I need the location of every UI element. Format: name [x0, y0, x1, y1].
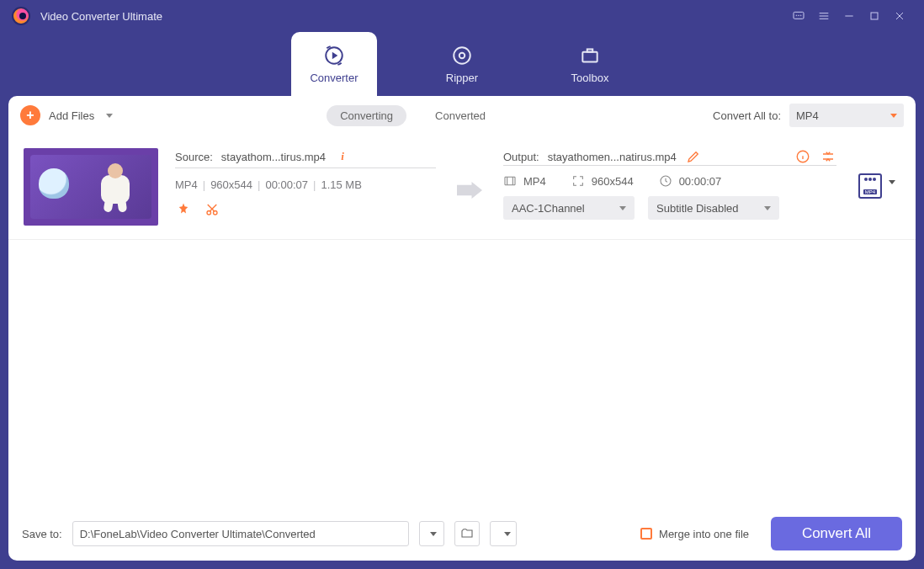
video-icon	[503, 174, 517, 188]
resolution-icon	[571, 174, 585, 188]
plus-icon: +	[20, 105, 40, 125]
video-thumbnail[interactable]	[24, 148, 158, 226]
maximize-button[interactable]	[862, 3, 887, 29]
svg-point-13	[454, 47, 470, 64]
main-tabs: Converter Ripper Toolbox	[0, 32, 924, 96]
source-label: Source:	[175, 151, 213, 163]
save-to-label: Save to:	[22, 528, 62, 540]
folder-icon	[460, 527, 474, 540]
chevron-down-icon	[619, 206, 626, 210]
source-size: 1.15 MB	[321, 178, 361, 191]
save-path-field[interactable]: D:\FoneLab\Video Converter Ultimate\Conv…	[72, 521, 409, 546]
audio-select[interactable]: AAC-1Channel	[503, 196, 635, 220]
save-path-dropdown[interactable]	[419, 521, 444, 546]
svg-point-14	[459, 52, 465, 58]
rename-icon[interactable]	[685, 148, 702, 165]
source-column: Source: stayathom...tirus.mp4 i MP4| 960…	[175, 148, 436, 218]
chevron-down-icon	[890, 114, 897, 118]
open-folder-button[interactable]	[454, 521, 480, 546]
convert-all-format-select[interactable]: MP4	[789, 104, 904, 127]
subtitle-select[interactable]: Subtitle Disabled	[648, 196, 779, 220]
subtitle-select-value: Subtitle Disabled	[656, 202, 739, 215]
add-files-label: Add Files	[49, 109, 94, 122]
settings-button[interactable]	[490, 521, 517, 546]
convert-all-button[interactable]: Convert All	[771, 517, 902, 550]
output-column: Output: stayathomen...natirus.mp4 MP	[503, 148, 836, 220]
tab-converter[interactable]: Converter	[291, 32, 377, 96]
convert-all-to-label: Convert All to:	[713, 109, 781, 122]
effects-icon[interactable]	[175, 201, 192, 218]
svg-rect-15	[582, 51, 597, 61]
output-label: Output:	[503, 151, 539, 163]
title-bar: Video Converter Ultimate	[0, 0, 924, 32]
bottom-bar: Save to: D:\FoneLab\Video Converter Ulti…	[8, 507, 916, 561]
output-duration-cell: 00:00:07	[659, 174, 722, 188]
output-resolution: 960x544	[592, 175, 634, 188]
clock-icon	[659, 174, 672, 188]
toolbar: + Add Files Converting Converted Convert…	[8, 96, 916, 135]
info-icon[interactable]: i	[334, 148, 351, 165]
chevron-down-icon	[764, 206, 771, 210]
svg-rect-8	[871, 13, 878, 19]
add-files-button[interactable]: + Add Files	[20, 105, 113, 125]
source-resolution: 960x544	[210, 178, 252, 191]
save-path-value: D:\FoneLab\Video Converter Ultimate\Conv…	[80, 528, 316, 540]
trim-icon[interactable]	[204, 201, 220, 218]
merge-label: Merge into one file	[659, 528, 749, 540]
svg-rect-26	[505, 177, 515, 184]
app-logo-icon	[12, 7, 30, 25]
close-button[interactable]	[887, 3, 912, 29]
checkbox-icon	[640, 528, 652, 540]
profile-badge: MP4	[863, 189, 877, 194]
convert-all-format-value: MP4	[796, 109, 819, 122]
status-tabs: Converting Converted	[327, 105, 499, 126]
svg-point-1	[796, 15, 797, 16]
profile-icon: MP4	[858, 173, 882, 199]
file-list: Source: stayathom...tirus.mp4 i MP4| 960…	[8, 135, 916, 507]
output-duration: 00:00:07	[679, 175, 722, 188]
output-filename: stayathomen...natirus.mp4	[548, 151, 677, 163]
chevron-down-icon	[889, 180, 895, 184]
tab-converted[interactable]: Converted	[422, 105, 499, 126]
feedback-icon[interactable]	[786, 3, 811, 29]
svg-point-2	[799, 15, 799, 16]
merge-checkbox[interactable]: Merge into one file	[640, 528, 749, 540]
menu-icon[interactable]	[811, 3, 836, 29]
svg-rect-16	[587, 49, 593, 51]
minimize-button[interactable]	[836, 3, 862, 29]
audio-select-value: AAC-1Channel	[512, 202, 585, 215]
tab-converter-label: Converter	[310, 72, 358, 84]
output-format-cell: MP4	[503, 174, 546, 188]
chevron-down-icon	[430, 532, 437, 536]
source-format: MP4	[175, 178, 198, 191]
compress-icon[interactable]	[820, 148, 836, 165]
tab-ripper[interactable]: Ripper	[419, 32, 505, 96]
tab-toolbox-label: Toolbox	[571, 72, 609, 84]
output-format: MP4	[523, 175, 546, 188]
source-duration: 00:00:07	[265, 178, 308, 191]
info-circle-icon[interactable]	[794, 148, 811, 165]
output-resolution-cell: 960x544	[571, 174, 634, 188]
svg-point-3	[800, 15, 801, 16]
app-window: Video Converter Ultimate Converter Rippe…	[0, 0, 924, 569]
svg-marker-12	[332, 51, 338, 59]
output-profile[interactable]: MP4	[853, 148, 900, 199]
tab-toolbox[interactable]: Toolbox	[547, 32, 633, 96]
tab-ripper-label: Ripper	[446, 72, 478, 84]
source-filename: stayathom...tirus.mp4	[221, 151, 326, 163]
arrow-right-icon	[453, 181, 486, 199]
main-panel: + Add Files Converting Converted Convert…	[8, 96, 916, 561]
tab-converting[interactable]: Converting	[327, 105, 406, 126]
file-row: Source: stayathom...tirus.mp4 i MP4| 960…	[8, 135, 916, 240]
chevron-down-icon	[106, 114, 113, 118]
chevron-down-icon	[504, 532, 511, 536]
source-meta: MP4| 960x544| 00:00:07| 1.15 MB	[175, 178, 436, 191]
app-title: Video Converter Ultimate	[40, 10, 162, 23]
